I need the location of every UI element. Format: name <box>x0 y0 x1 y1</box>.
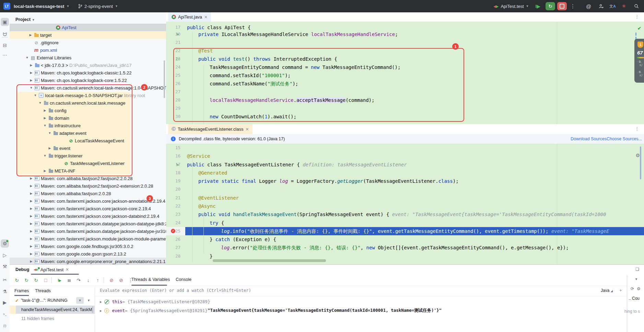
stop-icon[interactable]: □ <box>42 276 49 284</box>
chevron-collapsed-icon[interactable]: ▶ <box>29 184 33 188</box>
project-panel-header[interactable]: Project ▼ <box>15 17 35 22</box>
refresh-icon[interactable]: ⟳ <box>631 286 634 291</box>
chevron-collapsed-icon[interactable]: ▶ <box>29 192 33 195</box>
add-watch-icon[interactable]: + <box>619 288 622 293</box>
error-stripe-mark[interactable] <box>635 33 636 36</box>
frames-scrollbar[interactable] <box>92 306 93 313</box>
evaluate-expression-row[interactable]: Evaluate expression (Enter) or add a wat… <box>95 286 627 296</box>
step-over-icon[interactable]: ↷ <box>75 276 82 284</box>
more-icon[interactable]: ⋯ <box>1 51 9 59</box>
tree-row--jdk-17-0-3-[interactable]: ▶< jdk-17.0.3 >< jdk-17.0.3 > D:\Public_… <box>10 61 166 69</box>
editor2-decompiled[interactable]: 1516@Service17⤷public class TaskMessageE… <box>166 144 644 264</box>
step-into-icon[interactable]: ↓ <box>84 276 92 284</box>
choose-sources-link[interactable]: Choose Sources... <box>607 137 642 141</box>
more-actions-button[interactable]: ⋮ <box>570 0 575 12</box>
cut-scissors-icon[interactable]: ✂ <box>1 276 9 284</box>
resume-button[interactable]: ‖▶ <box>535 0 539 12</box>
tree-row-external-libraries[interactable]: ▼▤External Libraries <box>10 54 166 61</box>
chevron-collapsed-icon[interactable]: ▶ <box>29 207 33 210</box>
chevron-collapsed-icon[interactable]: ▶ <box>29 177 33 180</box>
frame-row-current[interactable]: handleTaskMessageEvent:24, TaskM <box>10 306 95 314</box>
mentions-icon[interactable]: @ <box>586 0 591 12</box>
tab-frames[interactable]: Frames <box>14 288 29 296</box>
chevron-collapsed-icon[interactable]: ▶ <box>29 199 33 203</box>
layout-settings-icon[interactable]: ❏ <box>635 267 639 272</box>
tab-taskmessageeventlistener-class[interactable]: Ⓒ TaskMessageEventListener.class ✕ <box>168 124 253 135</box>
debug-session-tab[interactable]: ◀▶ ApiTest.test ✕ <box>31 265 72 274</box>
editor2-options-kebab-icon[interactable]: ⋮ <box>635 126 639 131</box>
problems-icon[interactable]: (!) <box>1 322 9 330</box>
tree-row-pom-xml[interactable]: mpom.xml <box>10 46 166 54</box>
search-everywhere-icon[interactable] <box>634 0 639 12</box>
chevron-collapsed-icon[interactable]: ▶ <box>28 33 33 37</box>
pause-icon[interactable]: ▮▮ <box>65 276 73 284</box>
variable-row-this[interactable]: ▶this = {TaskMessageEventListener@10289} <box>95 297 627 306</box>
chevron-down-icon[interactable]: ▼ <box>635 277 638 281</box>
tree-row-target[interactable]: ▶target <box>10 31 166 39</box>
spring-bean-gutter-icon[interactable]: ⤷ <box>176 32 179 36</box>
rerun-icon[interactable]: ↻ <box>13 276 21 284</box>
monitor-widget[interactable]: 1 67 ↑ 0.K/ ↓ 0.K/ <box>634 39 644 83</box>
variable-row-event[interactable]: ▶pevent = {SpringTaskMessageEvent@10291}… <box>95 306 627 315</box>
chevron-collapsed-icon[interactable]: ▶ <box>29 237 33 240</box>
tree-row-maven-com-fasterxml-jackson-core-jackson[interactable]: ▶Maven: com.fasterxml.jackson.core:jacks… <box>10 197 166 205</box>
branch-selector[interactable]: 2-spring-event▼ <box>78 0 118 12</box>
editor1-options-kebab-icon[interactable]: ⋮ <box>635 14 639 19</box>
translate-icon[interactable]: 文A <box>609 0 616 12</box>
tree-row-maven-com-fasterxml-jackson-module-jacks[interactable]: ▶Maven: com.fasterxml.jackson.module:jac… <box>10 235 166 242</box>
run-anything-icon[interactable]: ▶ <box>1 298 9 307</box>
thread-selector[interactable]: ✓ "task-1"@...": RUNNING ▼ ▼ <box>10 296 95 305</box>
spring-bean-gutter-icon[interactable]: ⤷ <box>176 162 179 167</box>
tree-row-maven-ch-qos-logback-logback-core-1-5-22[interactable]: ▶Maven: ch.qos.logback:logback-core:1.5.… <box>10 76 166 84</box>
tree-row-maven-com-fasterxml-jackson-core-jackson[interactable]: ▶Maven: com.fasterxml.jackson.core:jacks… <box>10 205 166 212</box>
project-scrollbar[interactable] <box>164 60 165 98</box>
chevron-collapsed-icon[interactable]: ▶ <box>29 260 33 263</box>
build-hammer-icon[interactable]: ⚒ <box>1 262 9 271</box>
project-icon[interactable]: ▣ <box>1 18 9 26</box>
chevron-collapsed-icon[interactable]: ▶ <box>100 309 102 312</box>
tab-console[interactable]: Console <box>176 277 191 282</box>
chevron-expanded-icon[interactable]: ▼ <box>25 56 29 59</box>
close-icon[interactable]: ✕ <box>204 15 208 20</box>
close-icon[interactable]: ✕ <box>66 267 69 272</box>
download-sources-link[interactable]: Download Sources <box>571 137 607 141</box>
close-icon[interactable]: ✕ <box>245 127 249 132</box>
add-user-icon[interactable] <box>598 0 604 12</box>
run-config-selector[interactable]: ◀▶ ApiTest.test▼ <box>493 0 529 12</box>
tree-row-maven-com-fasterxml-jackson-core-jackson[interactable]: ▶Maven: com.fasterxml.jackson.core:jacks… <box>10 212 166 220</box>
tree-row-maven-com-google-code-gson-gson-2-13-2[interactable]: ▶Maven: com.google.code.gson:gson:2.13.2 <box>10 250 166 258</box>
tab-apitest-java[interactable]: ApiTest.java ✕ <box>168 12 211 22</box>
rerun-failed-icon[interactable]: ↻ <box>23 276 30 284</box>
terminal-icon[interactable]: >_ <box>1 310 9 318</box>
tree-row-apitest[interactable]: ApiTest <box>10 24 166 31</box>
editor2-horizontal-scrollbar[interactable] <box>213 259 326 262</box>
step-out-icon[interactable]: ↑ <box>94 276 102 284</box>
project-selector[interactable]: local-task-message-test▼ <box>14 0 69 12</box>
stop-button[interactable] <box>557 0 567 12</box>
frame-row-hidden[interactable]: 11 hidden frames <box>10 315 95 323</box>
reader-mode-gear-icon[interactable]: ⚙ <box>635 153 640 158</box>
tab-threads-variables[interactable]: Threads & Variables <box>131 277 170 282</box>
tree-row-maven-com-alibaba-fastjson-2-0-28[interactable]: ▶Maven: com.alibaba:fastjson:2.0.28 <box>10 190 166 197</box>
plugin-starburst-icon[interactable]: ✳ <box>622 0 626 12</box>
debugger-icon[interactable]: ⚙ <box>1 239 9 248</box>
mute-breakpoints-icon[interactable]: ⊘ <box>108 276 115 284</box>
profiler-icon[interactable]: ⚗ <box>1 287 9 296</box>
chevron-collapsed-icon[interactable]: ▶ <box>29 252 33 256</box>
language-selector[interactable]: Java ◢ <box>601 288 613 293</box>
chevron-collapsed-icon[interactable]: ▶ <box>100 300 102 304</box>
chevron-collapsed-icon[interactable]: ▶ <box>29 71 33 74</box>
tree-row-maven-com-fasterxml-jackson-datatype-jac[interactable]: ▶Maven: com.fasterxml.jackson.datatype:j… <box>10 227 166 235</box>
structure-icon[interactable]: ⊟ <box>1 41 9 49</box>
chevron-down-icon[interactable]: ▼ <box>87 299 90 302</box>
editor2-vertical-scrollbar[interactable] <box>640 146 641 179</box>
rerun-tests-icon[interactable]: ↻ <box>32 276 40 284</box>
chevron-collapsed-icon[interactable]: ▶ <box>29 229 33 233</box>
chevron-collapsed-icon[interactable]: ▶ <box>29 245 33 248</box>
tree-row--gitignore[interactable]: ⊘.gitignore <box>10 39 166 46</box>
chevron-collapsed-icon[interactable]: ▶ <box>29 222 33 225</box>
gear-icon[interactable]: ⚙ <box>637 286 641 291</box>
chevron-collapsed-icon[interactable]: ▶ <box>29 63 33 67</box>
chevron-collapsed-icon[interactable]: ▶ <box>29 214 33 218</box>
rerun-debug-button[interactable]: ↻ <box>546 0 555 12</box>
